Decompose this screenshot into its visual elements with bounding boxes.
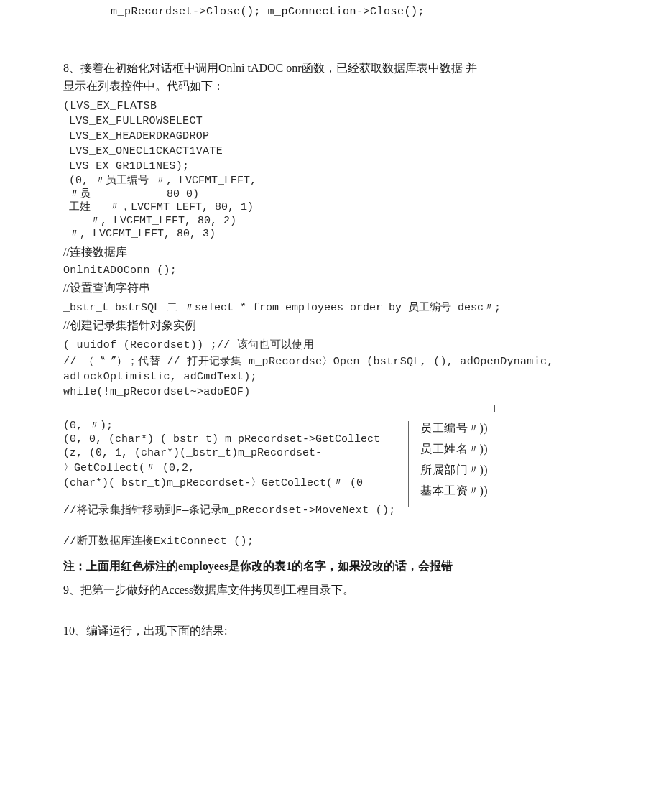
- field-salary: 基本工资〃)): [420, 484, 488, 499]
- field-department: 所属部门〃)): [420, 463, 488, 478]
- col-def-row2: 〃员 80 0): [69, 189, 598, 201]
- getcollect-right: 员工编号〃)) 员工姓名〃)) 所属部门〃)) 基本工资〃)): [408, 421, 488, 507]
- lc-3: 〉GetCollect(〃 (0,2,: [63, 461, 408, 474]
- note-employees-red: 注：上面用红色标注的employees是你改的表1的名字，如果没改的话，会报错: [63, 559, 598, 574]
- comment-create-recordset: //创建记录集指针对象实例: [63, 318, 598, 333]
- lc-1: (0, 0, (char*) (_bstr_t) m_pRecordset->G…: [63, 433, 408, 446]
- col-def-row2-right: 80 0): [167, 188, 199, 200]
- paragraph-8-line2: 显示在列表控件中。代码如下：: [63, 79, 598, 94]
- code-lvs-headerdragdrop: LVS_EX_HEADERDRAGDROP: [63, 130, 598, 142]
- paragraph-10: 10、编译运行，出现下面的结果:: [63, 624, 598, 639]
- getcollect-block: (0, 〃); (0, 0, (char*) (_bstr_t) m_pReco…: [63, 417, 598, 507]
- col-def-row3-left: 工姓: [69, 201, 91, 213]
- code-close-connections: m_pRecordset->Close(); m_pConnection->Cl…: [63, 6, 598, 18]
- field-employee-name: 员工姓名〃)): [420, 442, 488, 457]
- code-lvs-fullrowselect: LVS_EX_FULLROWSELECT: [63, 115, 598, 127]
- comment-connect-db: //连接数据库: [63, 245, 598, 260]
- paragraph-8-line1: 8、接着在初始化对话框中调用Onlni tADOC onr函数，已经获取数据库表…: [63, 61, 598, 76]
- lc-2: (z, (0, 1, (char*)(_bstr_t)m_pRecordset-: [63, 447, 408, 459]
- code-lvs-oneclickactivate: LVS_EX_ONECL1CKACT1VATE: [63, 145, 598, 157]
- field-employee-id: 员工编号〃)): [420, 421, 488, 436]
- col-def-row5: 〃, LVCFMT_LEFT, 80, 3): [69, 229, 598, 241]
- code-exitconnect: //断开数据库连接ExitConnect ();: [63, 534, 598, 548]
- col-def-row3-right: 〃，LVCFMT_LEFT, 80, 1): [109, 201, 254, 213]
- code-uuidof: (_uuidof (Recordset)) ;// 该句也可以使用: [63, 338, 598, 351]
- code-lvs-flatsb: (LVS_EX_FLATSB: [63, 100, 598, 112]
- column-definitions-block: (0, 〃员工编号 〃, LVCFMT_LEFT, 〃员 80 0) 工姓 〃，…: [63, 175, 598, 241]
- lc-4: (char*)( bstr_t)m_pRecordset-〉GetCollect…: [63, 476, 408, 489]
- code-while: while(!m_pRecordset~>adoEOF): [63, 386, 598, 398]
- comment-set-query: //设置查询字符串: [63, 281, 598, 296]
- code-sql: _bstr_t bstrSQL 二 〃select * from employe…: [63, 300, 598, 314]
- divider-top-mark: [494, 405, 496, 412]
- paragraph-9: 9、把第一步做好的Access数据库文件拷贝到工程目录下。: [63, 583, 598, 598]
- col-def-row1: (0, 〃员工编号 〃, LVCFMT_LEFT,: [69, 175, 598, 188]
- document-page: m_pRecordset->Close(); m_pConnection->Cl…: [0, 0, 661, 659]
- col-def-row2-left: 〃员: [69, 188, 91, 200]
- code-oninit: OnlnitADOConn ();: [63, 264, 598, 277]
- code-open-1: // （〝〞）；代替 // 打开记录集 m_pRecordse〉Open (bs…: [63, 354, 598, 368]
- getcollect-left: (0, 〃); (0, 0, (char*) (_bstr_t) m_pReco…: [63, 417, 408, 507]
- code-movenext: //将记录集指针移动到F—条记录m_pRecordset->MoveNext (…: [63, 503, 598, 517]
- col-def-row4-text: 〃, LVCFMT_LEFT, 80, 2): [90, 215, 236, 227]
- code-lvs-gridlines: LVS_EX_GR1DL1NES);: [63, 160, 598, 172]
- col-def-row3: 工姓 〃，LVCFMT_LEFT, 80, 1): [69, 202, 598, 214]
- col-def-row4: 〃, LVCFMT_LEFT, 80, 2): [69, 216, 598, 228]
- getcollect-right-outer: 员工编号〃)) 员工姓名〃)) 所属部门〃)) 基本工资〃)): [408, 417, 488, 507]
- lc-0: (0, 〃);: [63, 418, 408, 432]
- code-open-2: adLockOptimistic, adCmdText);: [63, 371, 598, 383]
